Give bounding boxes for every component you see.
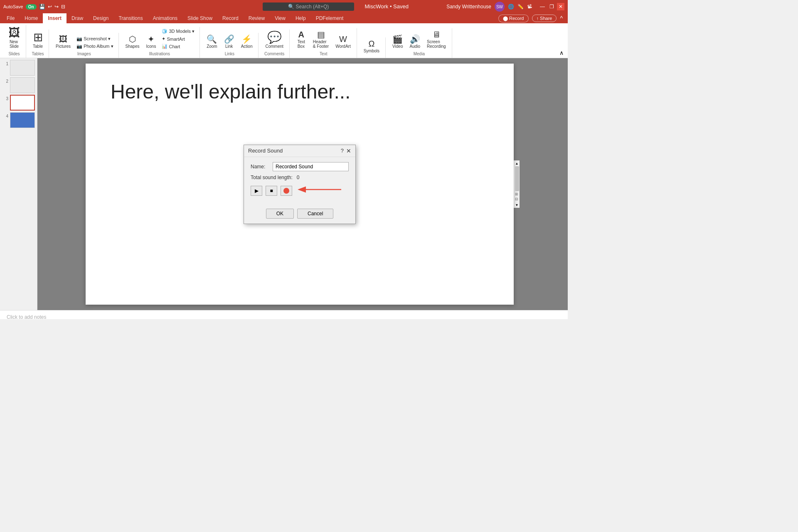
tab-view[interactable]: View xyxy=(270,13,291,23)
pictures-icon: 🖼 xyxy=(59,35,67,43)
customize-icon[interactable]: ⊟ xyxy=(61,4,65,10)
tab-home[interactable]: Home xyxy=(20,13,43,23)
notes-bar[interactable]: Click to add notes xyxy=(0,310,568,319)
comment-icon: 💬 xyxy=(267,32,282,43)
screenshot-button[interactable]: 📷 Screenshot ▾ xyxy=(75,35,115,42)
record-button[interactable]: ⬤ Record xyxy=(498,15,529,22)
dialog-controls: ? ✕ xyxy=(341,148,351,154)
maximize-button[interactable]: ❐ xyxy=(548,3,555,10)
tab-record[interactable]: Record xyxy=(217,13,244,23)
slide-thumb-2[interactable]: 2 xyxy=(2,77,35,93)
ribbon-group-text: A TextBox ▤ Header& Footer W WordArt Tex… xyxy=(291,28,357,58)
scroll-thumb[interactable] xyxy=(515,166,519,191)
name-row: Name: xyxy=(251,162,349,171)
slides-group-label: Slides xyxy=(8,51,20,57)
table-button[interactable]: ⊞ Table xyxy=(30,30,45,50)
ribbon-group-media: 🎬 Video 🔊 Audio 🖥 ScreenRecording Media xyxy=(387,28,452,58)
ribbon-content: 🖼 NewSlide Slides ⊞ Table Tables 🖼 Pictu… xyxy=(0,23,568,58)
tab-animations[interactable]: Animations xyxy=(148,13,182,23)
video-button[interactable]: 🎬 Video xyxy=(390,34,405,50)
textbox-button[interactable]: A TextBox xyxy=(294,29,309,50)
arrow-annotation xyxy=(296,185,345,197)
smartart-button[interactable]: ✦ SmartArt xyxy=(160,35,196,42)
redo-icon[interactable]: ↪ xyxy=(54,4,59,10)
page-down-icon[interactable]: ⊟ xyxy=(515,197,519,201)
slide-num-2: 2 xyxy=(2,79,8,84)
page-up-icon[interactable]: ⊞ xyxy=(515,192,519,196)
action-button[interactable]: ⚡ Action xyxy=(239,34,255,50)
chart-button[interactable]: 📊 Chart xyxy=(160,43,196,50)
ribbon-group-links: 🔍 Zoom 🔗 Link ⚡ Action Links xyxy=(201,33,259,58)
tab-slideshow[interactable]: Slide Show xyxy=(182,13,217,23)
pictures-button[interactable]: 🖼 Pictures xyxy=(53,34,73,50)
tab-help[interactable]: Help xyxy=(291,13,311,23)
slide-thumb-3[interactable]: 3 xyxy=(2,95,35,111)
wordart-button[interactable]: W WordArt xyxy=(333,34,353,50)
close-button[interactable]: ✕ xyxy=(557,3,564,10)
link-button[interactable]: 🔗 Link xyxy=(222,34,237,50)
chart-icon: 📊 xyxy=(162,44,167,49)
slide-thumb-4[interactable]: 4 xyxy=(2,112,35,128)
dialog-help-button[interactable]: ? xyxy=(341,148,344,154)
name-input[interactable] xyxy=(273,162,349,171)
icons-button[interactable]: ✦ Icons xyxy=(143,34,158,50)
ok-button[interactable]: OK xyxy=(266,209,294,219)
links-group-label: Links xyxy=(225,51,234,57)
dialog-close-button[interactable]: ✕ xyxy=(346,148,351,154)
tab-review[interactable]: Review xyxy=(244,13,270,23)
shapes-button[interactable]: ⬡ Shapes xyxy=(123,34,142,50)
header-footer-button[interactable]: ▤ Header& Footer xyxy=(310,29,331,50)
present-icon: 📽 xyxy=(527,4,532,10)
undo-icon[interactable]: ↩ xyxy=(48,4,52,10)
cancel-button[interactable]: Cancel xyxy=(297,209,333,219)
tab-transitions[interactable]: Transitions xyxy=(113,13,148,23)
media-group-label: Media xyxy=(414,51,425,57)
comment-button[interactable]: 💬 Comment xyxy=(263,30,286,50)
record-audio-button[interactable] xyxy=(281,186,292,196)
audio-button[interactable]: 🔊 Audio xyxy=(407,34,423,50)
scroll-down-button[interactable]: ▼ xyxy=(514,202,520,208)
ribbon-group-comments: 💬 Comment Comments xyxy=(259,30,289,58)
tab-pdfelement[interactable]: PDFelement xyxy=(311,13,349,23)
collapse-ribbon-icon[interactable]: ^ xyxy=(560,15,563,22)
smartart-icon: ✦ xyxy=(162,36,165,42)
slide-img-1 xyxy=(10,60,35,76)
search-bar[interactable]: 🔍 Search (Alt+Q) xyxy=(263,2,354,11)
symbols-button[interactable]: Ω Symbols xyxy=(361,38,382,54)
ribbon-group-images: 🖼 Pictures 📷 Screenshot ▾ 📷 Photo Album … xyxy=(50,33,119,58)
autosave-toggle[interactable]: On xyxy=(26,4,37,10)
action-icon: ⚡ xyxy=(241,35,252,43)
comments-group-label: Comments xyxy=(264,51,284,57)
slide-img-3 xyxy=(10,95,35,111)
ribbon-tabs: File Home Insert Draw Design Transitions… xyxy=(0,13,568,23)
slide-thumb-1[interactable]: 1 xyxy=(2,60,35,76)
minimize-button[interactable]: — xyxy=(539,3,546,10)
sound-length-label: Total sound length: xyxy=(251,175,293,180)
title-bar-right: Sandy Writtenhouse SW 🌐 ✏️ 📽 — ❐ ✕ xyxy=(446,2,564,12)
share-button[interactable]: ↑ Share xyxy=(532,15,557,22)
scroll-track xyxy=(514,166,520,191)
screen-recording-button[interactable]: 🖥 ScreenRecording xyxy=(424,29,448,50)
tab-file[interactable]: File xyxy=(2,13,20,23)
table-icon: ⊞ xyxy=(33,32,43,43)
textbox-icon: A xyxy=(298,30,304,39)
stop-button[interactable]: ■ xyxy=(266,186,277,196)
doc-title: 🔍 Search (Alt+Q) MiscWork • Saved xyxy=(225,2,446,11)
ribbon-collapse-button[interactable]: ∧ xyxy=(558,48,565,58)
save-icon: 💾 xyxy=(39,4,45,10)
zoom-button[interactable]: 🔍 Zoom xyxy=(204,34,220,50)
scroll-up-button[interactable]: ▲ xyxy=(514,160,520,166)
screen-recording-icon: 🖥 xyxy=(432,30,441,39)
user-avatar: SW xyxy=(495,2,505,12)
3d-models-button[interactable]: 🧊 3D Models ▾ xyxy=(160,28,196,35)
tab-design[interactable]: Design xyxy=(88,13,113,23)
new-slide-button[interactable]: 🖼 NewSlide xyxy=(6,26,22,50)
tab-insert[interactable]: Insert xyxy=(43,13,66,23)
wordart-icon: W xyxy=(339,35,347,43)
play-button[interactable]: ▶ xyxy=(251,186,262,196)
dialog-footer: OK Cancel xyxy=(244,207,355,224)
photo-album-button[interactable]: 📷 Photo Album ▾ xyxy=(75,43,115,50)
text-group-label: Text xyxy=(320,51,327,57)
tab-draw[interactable]: Draw xyxy=(66,13,88,23)
title-bar: AutoSave On 💾 ↩ ↪ ⊟ 🔍 Search (Alt+Q) Mis… xyxy=(0,0,568,13)
